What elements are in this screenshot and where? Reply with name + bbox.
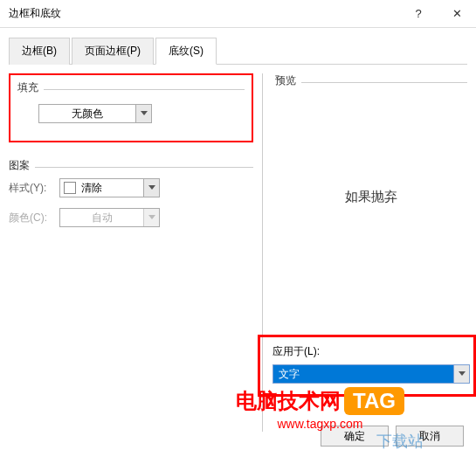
apply-select[interactable]: 文字 bbox=[272, 364, 470, 384]
pattern-label: 图案 bbox=[9, 158, 35, 173]
help-button[interactable]: ? bbox=[399, 0, 438, 27]
fill-color-select[interactable]: 无颜色 bbox=[38, 104, 152, 123]
titlebar-controls: ? ✕ bbox=[399, 0, 476, 27]
apply-label: 应用于(L): bbox=[272, 344, 465, 359]
style-label: 样式(Y): bbox=[9, 181, 59, 196]
apply-section: 应用于(L): 文字 bbox=[258, 335, 476, 397]
pattern-group: 图案 样式(Y): 清除 颜色(C): 自动 bbox=[9, 158, 253, 227]
dialog-title: 边框和底纹 bbox=[9, 6, 61, 21]
color-select: 自动 bbox=[59, 208, 160, 227]
preview-area: 如果抛弃 bbox=[275, 83, 467, 310]
chevron-down-icon bbox=[143, 209, 159, 226]
apply-highlight: 应用于(L): 文字 bbox=[258, 335, 476, 397]
style-text: 清除 bbox=[81, 181, 102, 196]
preview-label: 预览 bbox=[275, 73, 301, 88]
color-row: 颜色(C): 自动 bbox=[9, 208, 253, 227]
tab-bar: 边框(B) 页面边框(P) 底纹(S) bbox=[9, 37, 467, 65]
left-panel: 填充 无颜色 图案 样式(Y): 清除 bbox=[9, 73, 262, 432]
tab-shading[interactable]: 底纹(S) bbox=[155, 38, 217, 65]
chevron-down-icon bbox=[143, 179, 159, 197]
content-area: 填充 无颜色 图案 样式(Y): 清除 bbox=[0, 65, 476, 432]
fill-color-value: 无颜色 bbox=[39, 107, 135, 121]
chevron-down-icon bbox=[135, 105, 151, 122]
titlebar: 边框和底纹 ? ✕ bbox=[0, 0, 476, 28]
color-label: 颜色(C): bbox=[9, 211, 59, 225]
preview-text: 如果抛弃 bbox=[345, 189, 397, 205]
style-value: 清除 bbox=[60, 181, 143, 196]
checkbox-icon bbox=[64, 182, 76, 194]
right-panel: 预览 如果抛弃 应用于(L): 文字 bbox=[262, 73, 467, 432]
chevron-down-icon bbox=[453, 365, 469, 383]
fill-label: 填充 bbox=[17, 80, 44, 95]
fill-group: 填充 无颜色 bbox=[9, 73, 253, 142]
divider bbox=[44, 89, 245, 90]
style-select[interactable]: 清除 bbox=[59, 178, 160, 197]
tab-border[interactable]: 边框(B) bbox=[9, 38, 70, 65]
color-value: 自动 bbox=[60, 211, 143, 225]
tab-page-border[interactable]: 页面边框(P) bbox=[72, 38, 154, 65]
divider bbox=[35, 167, 253, 168]
dialog-buttons: 确定 取消 bbox=[321, 426, 464, 447]
style-row: 样式(Y): 清除 bbox=[9, 178, 253, 197]
cancel-button[interactable]: 取消 bbox=[396, 426, 464, 447]
ok-button[interactable]: 确定 bbox=[321, 426, 389, 447]
apply-value: 文字 bbox=[273, 365, 453, 383]
fill-select-wrap: 无颜色 bbox=[17, 99, 245, 128]
close-button[interactable]: ✕ bbox=[438, 0, 476, 27]
